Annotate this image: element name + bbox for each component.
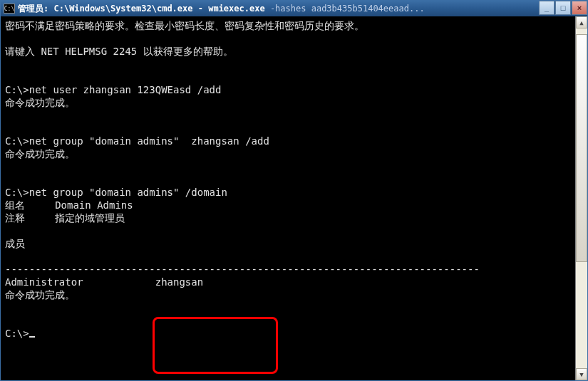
client-area: 密码不满足密码策略的要求。检查最小密码长度、密码复杂性和密码历史的要求。 请键入… — [1, 16, 587, 380]
output-line: 组名 Domain Admins — [5, 199, 133, 211]
output-line: 命令成功完成。 — [5, 148, 75, 160]
output-line: C:\>net group "domain admins" /domain — [5, 187, 227, 198]
scroll-thumb[interactable] — [576, 34, 587, 262]
output-line: 注释 指定的域管理员 — [5, 212, 125, 224]
output-line: 命令成功完成。 — [5, 97, 75, 108]
highlight-annotation — [153, 317, 278, 374]
output-line: 成员 — [5, 238, 25, 249]
cursor — [29, 336, 35, 338]
maximize-button[interactable]: □ — [555, 1, 571, 15]
minimize-button[interactable]: _ — [539, 1, 555, 15]
output-line: ----------------------------------------… — [5, 263, 480, 275]
output-line: 请键入 NET HELPMSG 2245 以获得更多的帮助。 — [5, 46, 233, 57]
scroll-down-button[interactable]: ▼ — [576, 368, 587, 380]
output-line: Administrator zhangsan — [5, 276, 203, 288]
output-line: C:\>net user zhangsan 123QWEasd /add — [5, 84, 221, 95]
vertical-scrollbar[interactable]: ▲ ▼ — [575, 16, 587, 380]
output-line: 密码不满足密码策略的要求。检查最小密码长度、密码复杂性和密码历史的要求。 — [5, 20, 364, 31]
output-line: 命令成功完成。 — [5, 289, 75, 301]
cmd-icon: C:\ — [4, 4, 15, 14]
scroll-up-button[interactable]: ▲ — [576, 16, 587, 28]
close-button[interactable]: × — [572, 1, 587, 15]
output-line: C:\>net group "domain admins" zhangsan /… — [5, 135, 269, 147]
cmd-window: C:\ 管理员: C:\Windows\System32\cmd.exe - w… — [0, 0, 588, 381]
prompt-line: C:\> — [5, 328, 29, 339]
window-controls: _ □ × — [538, 1, 587, 16]
titlebar[interactable]: C:\ 管理员: C:\Windows\System32\cmd.exe - w… — [1, 1, 587, 16]
window-title: 管理员: C:\Windows\System32\cmd.exe - wmiex… — [18, 3, 538, 15]
terminal-output[interactable]: 密码不满足密码策略的要求。检查最小密码长度、密码复杂性和密码历史的要求。 请键入… — [1, 16, 575, 380]
scroll-track[interactable] — [576, 28, 587, 368]
